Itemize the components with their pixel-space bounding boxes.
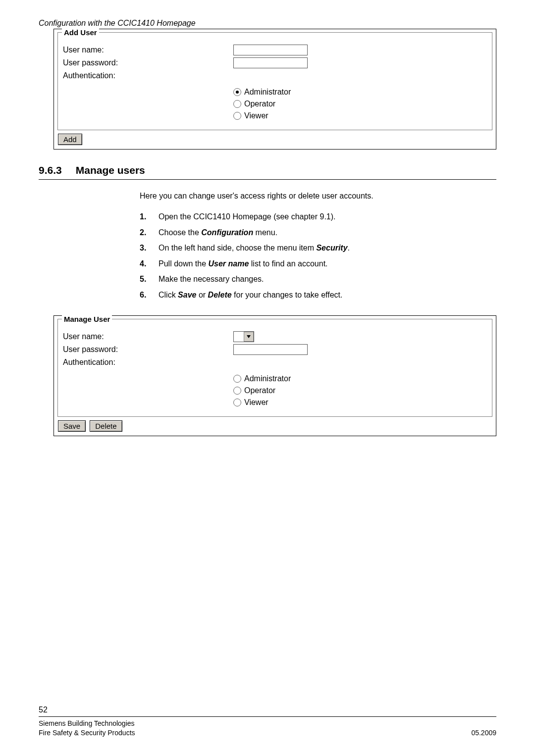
radio-label: Viewer <box>244 398 268 407</box>
add-user-password-label: User password: <box>63 58 233 67</box>
step-text: Choose the Configuration menu. <box>159 227 277 238</box>
svg-marker-0 <box>247 335 251 338</box>
step-text: Pull down the User name list to find an … <box>159 258 328 269</box>
add-user-name-input[interactable] <box>233 45 308 55</box>
add-user-auth-label: Authentication: <box>63 71 233 80</box>
add-user-legend: Add User <box>62 28 99 37</box>
step-number: 1. <box>140 211 150 222</box>
step-number: 5. <box>140 274 150 285</box>
add-button[interactable]: Add <box>58 134 82 145</box>
page: Configuration with the CCIC1410 Homepage… <box>0 0 535 756</box>
radio-icon <box>233 112 241 120</box>
radio-icon <box>233 375 241 383</box>
footer-rule <box>39 716 496 717</box>
steps-list: 1.Open the CCIC1410 Homepage (see chapte… <box>140 211 496 301</box>
radio-label: Administrator <box>244 374 291 383</box>
save-button[interactable]: Save <box>58 420 86 432</box>
section-body: Here you can change user's access rights… <box>140 192 496 301</box>
manage-user-auth-admin[interactable]: Administrator <box>233 373 487 385</box>
section-rule <box>39 179 496 180</box>
radio-icon <box>233 88 241 96</box>
add-user-panel: Add User User name: User password: Authe… <box>54 29 496 150</box>
step-text: Open the CCIC1410 Homepage (see chapter … <box>159 211 336 222</box>
footer-line2-left: Fire Safety & Security Products <box>39 728 135 738</box>
add-user-name-label: User name: <box>63 46 233 54</box>
step-item: 3.On the left hand side, choose the menu… <box>140 243 496 253</box>
section-heading: 9.6.3 Manage users <box>39 164 496 176</box>
manage-user-auth-label: Authentication: <box>63 358 233 367</box>
step-number: 3. <box>140 243 150 253</box>
manage-user-auth-viewer[interactable]: Viewer <box>233 397 487 408</box>
delete-button[interactable]: Delete <box>90 420 122 432</box>
add-user-password-input[interactable] <box>233 57 308 68</box>
step-number: 2. <box>140 227 150 238</box>
manage-user-password-input[interactable] <box>233 344 308 355</box>
step-text: On the left hand side, choose the menu i… <box>159 243 350 253</box>
step-item: 5.Make the necessary changes. <box>140 274 496 285</box>
radio-label: Viewer <box>244 111 268 120</box>
page-footer: 52 Siemens Building Technologies Fire Sa… <box>39 706 496 738</box>
step-number: 4. <box>140 258 150 269</box>
radio-icon <box>233 100 241 108</box>
manage-user-legend: Manage User <box>62 315 112 323</box>
page-number: 52 <box>39 706 496 714</box>
manage-user-auth-operator[interactable]: Operator <box>233 385 487 397</box>
footer-line1-left: Siemens Building Technologies <box>39 719 135 729</box>
step-number: 6. <box>140 290 150 301</box>
add-user-auth-viewer[interactable]: Viewer <box>233 110 487 122</box>
step-item: 2.Choose the Configuration menu. <box>140 227 496 238</box>
add-user-auth-operator[interactable]: Operator <box>233 98 487 110</box>
step-text: Click Save or Delete for your changes to… <box>159 290 342 301</box>
radio-label: Operator <box>244 386 275 395</box>
section-title: Manage users <box>76 164 145 176</box>
running-header: Configuration with the CCIC1410 Homepage <box>39 19 496 28</box>
radio-icon <box>233 399 241 406</box>
manage-user-password-label: User password: <box>63 345 233 354</box>
manage-user-panel: Manage User User name: User password: Au… <box>54 315 496 436</box>
step-item: 4.Pull down the User name list to find a… <box>140 258 496 269</box>
step-item: 1.Open the CCIC1410 Homepage (see chapte… <box>140 211 496 222</box>
intro-paragraph: Here you can change user's access rights… <box>140 192 496 201</box>
section-number: 9.6.3 <box>39 164 62 176</box>
step-item: 6.Click Save or Delete for your changes … <box>140 290 496 301</box>
radio-label: Operator <box>244 100 275 108</box>
manage-user-name-label: User name: <box>63 332 233 341</box>
step-text: Make the necessary changes. <box>159 274 264 285</box>
manage-user-name-select[interactable] <box>233 331 254 342</box>
radio-label: Administrator <box>244 88 291 97</box>
chevron-down-icon <box>244 332 254 342</box>
footer-line2-right: 05.2009 <box>471 728 496 738</box>
radio-icon <box>233 387 241 395</box>
add-user-auth-admin[interactable]: Administrator <box>233 86 487 98</box>
